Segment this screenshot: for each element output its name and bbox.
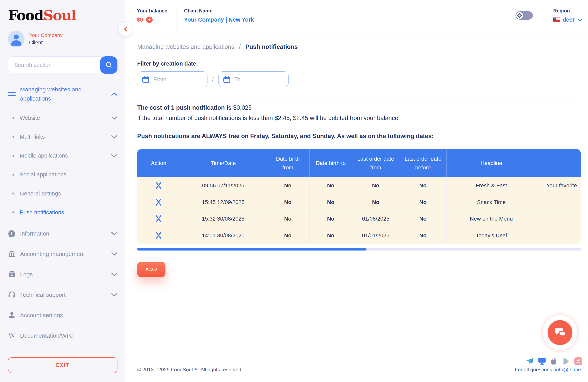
chain-block: Chain Name Your Company | New York <box>184 8 254 23</box>
questions-label: For all questions: <box>515 367 555 372</box>
sidebar-item-social-applications[interactable]: Social applications <box>8 165 117 184</box>
chevron-up-icon <box>111 92 117 96</box>
table-cell: No <box>266 227 310 244</box>
telegram-icon[interactable] <box>526 357 534 365</box>
sidebar-item-technical-support[interactable]: Technical support <box>8 285 117 305</box>
delete-x-icon[interactable] <box>154 231 163 240</box>
column-header-headline: Headline <box>447 149 536 177</box>
balance-label: Your balance <box>137 8 168 14</box>
chevron-down-icon <box>111 154 117 157</box>
sidebar-item-website[interactable]: Website <box>8 108 117 127</box>
top-up-balance-button[interactable]: + <box>146 17 152 23</box>
column-header-last-order-date-from: Last order date from <box>352 149 399 177</box>
search-button[interactable] <box>100 56 117 74</box>
table-cell: Fresh & Fast <box>447 177 536 194</box>
questions-line: For all questions: info@fs.me <box>515 367 581 373</box>
action-cell <box>137 177 180 194</box>
google-play-icon[interactable] <box>562 357 570 365</box>
collapse-left-icon <box>123 26 128 32</box>
sidebar-item-label: Accounting management <box>20 251 111 257</box>
cost-bold: The cost of 1 push notification is <box>137 104 231 111</box>
bullet-icon <box>12 192 14 194</box>
region-selector[interactable]: deer <box>553 17 583 23</box>
table-cell: No <box>399 194 447 211</box>
table-cell: No <box>399 177 447 194</box>
foodsoul-logo: FoodSoul <box>8 8 117 22</box>
chevron-down-icon <box>111 232 117 235</box>
chat-widget-button[interactable] <box>542 315 578 351</box>
delete-x-icon[interactable] <box>154 181 163 190</box>
filter-label: Filter by creation date: <box>137 61 198 67</box>
person-icon <box>8 311 16 319</box>
date-from-input[interactable] <box>153 76 199 83</box>
table-cell: 01/01/2025 <box>352 227 399 244</box>
divider <box>177 6 177 29</box>
table-cell: 14:51 30/08/2025 <box>180 227 266 244</box>
action-cell <box>137 211 180 227</box>
sidebar-item-label-active: Push notifications <box>20 209 117 216</box>
info-icon <box>8 230 16 237</box>
main-content: Your balance $0 + Chain Name Your Compan… <box>126 0 588 382</box>
copyright: © 2013 - 2025 FoodSoul™. All rights rese… <box>137 367 241 373</box>
sidebar-item-account-settings[interactable]: Account settings <box>8 305 117 325</box>
divider <box>258 6 258 29</box>
calendar-icon <box>223 76 231 83</box>
huawei-appgallery-icon[interactable]: HUAWEI <box>574 357 582 365</box>
menu-sections: Information Accounting management Logs <box>8 223 117 346</box>
divider <box>539 6 539 29</box>
table-row: 09:56 07/11/2025NoNoNoNoFresh & FastYour… <box>137 177 581 194</box>
website-monitor-icon[interactable] <box>538 357 546 365</box>
table-cell: No <box>399 211 447 227</box>
chevron-down-icon <box>577 18 583 21</box>
table-cell: 15:32 30/08/2025 <box>180 211 266 227</box>
push-notifications-table: Action Time/Date Date birth from Date bi… <box>137 149 581 244</box>
chevron-down-icon <box>111 293 117 297</box>
delete-x-icon[interactable] <box>154 198 163 206</box>
date-filter: / <box>137 71 289 87</box>
table-cell: Snack Time <box>447 194 536 211</box>
apple-icon[interactable] <box>550 357 558 365</box>
sidebar-item-multi-links[interactable]: Multi-links <box>8 127 117 146</box>
person-icon <box>8 31 25 47</box>
sidebar-item-general-settings[interactable]: General settings <box>8 184 117 203</box>
action-cell <box>137 227 180 244</box>
table-cell: No <box>352 177 399 194</box>
sidebar-item-push-notifications[interactable]: Push notifications <box>8 203 117 222</box>
sidebar-collapse-button[interactable] <box>119 22 132 36</box>
table-horizontal-scrollbar[interactable] <box>137 248 581 251</box>
add-button[interactable]: ADD <box>137 262 166 277</box>
region-value: deer <box>563 17 575 23</box>
table-cell: Today's Deal <box>447 227 536 244</box>
delete-x-icon[interactable] <box>154 214 163 223</box>
chat-bubbles-icon <box>554 327 566 338</box>
exit-button[interactable]: EXIT <box>8 357 118 373</box>
support-email-link[interactable]: info@fs.me <box>555 367 581 372</box>
breadcrumb-parent-link[interactable]: Managing websites and applications <box>137 43 234 50</box>
sidebar-item-information[interactable]: Information <box>8 223 117 244</box>
date-from-field[interactable] <box>137 71 207 87</box>
sidebar-menu: Managing websites and applications Websi… <box>8 85 117 346</box>
date-to-input[interactable] <box>234 76 280 83</box>
theme-toggle[interactable] <box>515 11 533 20</box>
sidebar-item-logs[interactable]: Logs <box>8 264 117 285</box>
user-meta: Your Company Client <box>29 32 63 46</box>
sidebar-item-label: Logs <box>20 271 111 278</box>
sidebar-item-accounting-management[interactable]: Accounting management <box>8 244 117 264</box>
chain-link[interactable]: Your Company | New York <box>184 17 254 23</box>
sidebar-item-documentation-wiki[interactable]: W Documentation/WIKI <box>8 325 117 346</box>
sidebar-item-managing-websites[interactable]: Managing websites and applications <box>8 85 117 103</box>
cost-line-2: If the total number of push notification… <box>137 115 400 122</box>
date-to-field[interactable] <box>218 71 289 87</box>
svg-text:HUAWEI: HUAWEI <box>576 362 581 363</box>
sidebar-item-label: Managing websites and applications <box>20 85 101 103</box>
column-header-date-birth-to: Date birth to <box>310 149 352 177</box>
sidebar-item-mobile-applications[interactable]: Mobile applications <box>8 146 117 165</box>
column-header-last-order-date-before: Last order date before <box>399 149 447 177</box>
sidebar-item-label: Account settings <box>20 312 117 318</box>
table-cell <box>536 194 581 211</box>
scrollbar-thumb[interactable] <box>137 248 367 251</box>
sun-icon <box>517 13 522 18</box>
chevron-down-icon <box>111 273 117 276</box>
table-row: 15:45 12/09/2025NoNoNoNoSnack Time <box>137 194 581 211</box>
sliders-icon <box>8 91 16 97</box>
